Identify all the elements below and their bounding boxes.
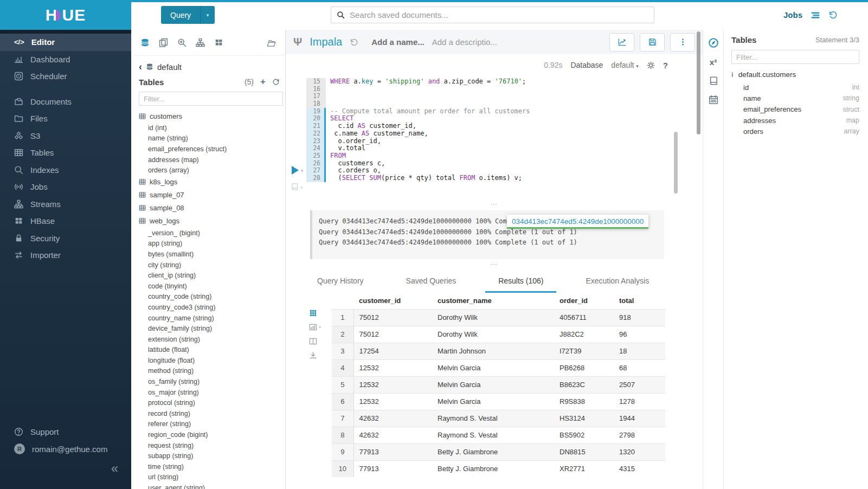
folder-open-icon[interactable] xyxy=(266,38,276,48)
table-row[interactable]: 175012Dorothy Wilk4056711918 xyxy=(332,309,665,326)
column-item[interactable]: request (string) xyxy=(139,440,280,451)
functions-tab-icon[interactable]: x² xyxy=(710,57,717,67)
table-row[interactable]: 412532Melvin GarciaPB626868 xyxy=(332,359,665,376)
column-item[interactable]: region_code (bigint) xyxy=(139,429,280,440)
code-line[interactable]: FROM xyxy=(330,152,530,160)
sidebar-item-importer[interactable]: Importer xyxy=(0,247,131,264)
column-item[interactable]: addressesmap xyxy=(731,115,859,126)
main-scrollbar[interactable] xyxy=(697,31,700,134)
column-item[interactable]: device_family (string) xyxy=(139,323,280,334)
assistant-tab-icon[interactable] xyxy=(708,37,719,48)
column-header[interactable]: total xyxy=(614,293,665,309)
query-name-field[interactable]: Add a name... xyxy=(371,37,425,47)
column-item[interactable]: _version_ (bigint) xyxy=(139,228,280,239)
sidebar-item-dashboard[interactable]: Dashboard xyxy=(0,51,131,68)
column-item[interactable]: email_preferences (struct) xyxy=(139,144,280,155)
database-icon[interactable] xyxy=(140,38,150,47)
jobs-link[interactable]: Jobs xyxy=(783,10,802,20)
list-bars-icon[interactable] xyxy=(811,10,820,20)
column-item[interactable]: latitude (float) xyxy=(139,345,280,356)
global-search[interactable] xyxy=(331,7,654,23)
code-line[interactable]: SELECT xyxy=(330,115,530,123)
column-item[interactable]: name (string) xyxy=(139,133,280,144)
save-button[interactable] xyxy=(640,33,665,52)
column-header[interactable]: order_id xyxy=(554,293,614,309)
tab-query-history[interactable]: Query History xyxy=(304,270,377,293)
code-line[interactable]: c.orders o, xyxy=(330,167,530,175)
sidebar-item-jobs[interactable]: Jobs xyxy=(0,178,131,196)
snippet-options-caret[interactable]: ▾ xyxy=(300,185,303,190)
editor-scrollbar[interactable] xyxy=(674,132,678,194)
table-item[interactable]: customers xyxy=(139,110,280,123)
column-item[interactable]: country_code (string) xyxy=(139,292,280,303)
tab-results-106-[interactable]: Results (106) xyxy=(485,270,556,293)
add-table-icon[interactable]: + xyxy=(259,78,267,86)
sidebar-item-security[interactable]: Security xyxy=(0,230,131,247)
sidebar-item-support[interactable]: Support xyxy=(0,423,131,441)
column-item[interactable]: url (string) xyxy=(139,472,280,483)
column-item[interactable]: city (string) xyxy=(139,260,280,271)
column-item[interactable]: os_major (string) xyxy=(139,387,280,398)
table-row[interactable]: 317254Martin JohnsonI72T3918 xyxy=(332,343,665,359)
column-item[interactable]: app (string) xyxy=(139,239,280,249)
column-item[interactable]: addresses (map) xyxy=(139,155,280,165)
sidebar-item-indexes[interactable]: Indexes xyxy=(0,162,131,179)
code-editor[interactable]: 1516171819202122232425262728 WHERE a.key… xyxy=(286,76,703,198)
undo-icon[interactable] xyxy=(350,38,358,47)
query-id-link[interactable]: 034d413ec7474ed5:4249de1000000000 xyxy=(507,215,648,229)
column-item[interactable]: extension (string) xyxy=(139,334,280,345)
code-line[interactable] xyxy=(330,86,530,93)
column-item[interactable]: protocol (string) xyxy=(139,397,280,408)
execute-play-button[interactable] xyxy=(292,166,299,175)
column-item[interactable]: idint xyxy=(731,82,859,93)
column-item[interactable]: method (string) xyxy=(139,366,280,377)
sidebar-item-hbase[interactable]: HBase xyxy=(0,213,131,230)
column-item[interactable]: record (string) xyxy=(139,408,280,419)
table-row[interactable]: 742632Raymond S. VestalHS31241944 xyxy=(332,410,665,427)
code-line[interactable] xyxy=(330,93,530,100)
column-item[interactable]: client_ip (string) xyxy=(139,270,280,281)
table-item[interactable]: sample_08 xyxy=(139,202,280,215)
execute-options-caret[interactable]: ▾ xyxy=(301,168,304,173)
column-item[interactable]: subapp (string) xyxy=(139,451,280,461)
snippet-book-icon[interactable] xyxy=(291,183,299,191)
table-row[interactable]: 275012Dorothy WilkJ882C296 xyxy=(332,326,665,343)
code-line[interactable]: -- Compute total amount per order for al… xyxy=(330,108,530,115)
table-item[interactable]: k8s_logs xyxy=(139,176,280,189)
breadcrumb-database-name[interactable]: default xyxy=(157,62,182,72)
table-row[interactable]: 612532Melvin GarciaR9S8381278 xyxy=(332,393,665,410)
chart-button[interactable] xyxy=(609,33,634,52)
code-line[interactable] xyxy=(330,100,530,108)
results-columns-icon[interactable] xyxy=(309,337,317,345)
search-input[interactable] xyxy=(350,10,648,20)
resize-grip-bottom[interactable]: ⋯ xyxy=(286,259,703,270)
copy-icon[interactable] xyxy=(159,38,168,47)
sidebar-item-streams[interactable]: Streams xyxy=(0,196,131,213)
table-row[interactable]: 1077913Betty J. GiambroneXR27714315 xyxy=(332,460,665,477)
column-item[interactable]: bytes (smallint) xyxy=(139,249,280,260)
active-table-name[interactable]: default.customers xyxy=(738,70,796,79)
sidebar-item-documents[interactable]: Documents xyxy=(0,93,131,111)
column-item[interactable]: namestring xyxy=(731,93,859,104)
code-line[interactable]: v.total xyxy=(330,145,530,152)
sidebar-item-user[interactable]: R romain@gethue.com xyxy=(0,441,131,458)
blocks-icon[interactable] xyxy=(214,38,223,47)
code-line[interactable]: o.order_id, xyxy=(330,138,530,145)
query-history-icon[interactable] xyxy=(828,10,838,20)
help-icon[interactable]: ? xyxy=(663,61,668,70)
sidebar-item-files[interactable]: Files xyxy=(0,110,131,127)
query-button[interactable]: Query ▾ xyxy=(161,6,215,24)
column-item[interactable]: longitude (float) xyxy=(139,355,280,366)
column-item[interactable]: id (int) xyxy=(139,123,280,133)
column-item[interactable]: ordersarray xyxy=(731,126,859,137)
query-button-label[interactable]: Query xyxy=(161,6,200,24)
refresh-icon[interactable] xyxy=(272,78,280,86)
database-select[interactable]: default ▾ xyxy=(611,61,638,69)
zoom-plus-icon[interactable] xyxy=(177,38,187,47)
hue-logo[interactable]: HUE xyxy=(0,0,131,30)
query-description-field[interactable]: Add a descriptio... xyxy=(432,37,497,47)
tab-saved-queries[interactable]: Saved Queries xyxy=(393,270,470,293)
column-item[interactable]: referer (string) xyxy=(139,419,280,430)
column-item[interactable]: country_code3 (string) xyxy=(139,302,280,313)
sidebar-item-tables[interactable]: Tables xyxy=(0,144,131,162)
